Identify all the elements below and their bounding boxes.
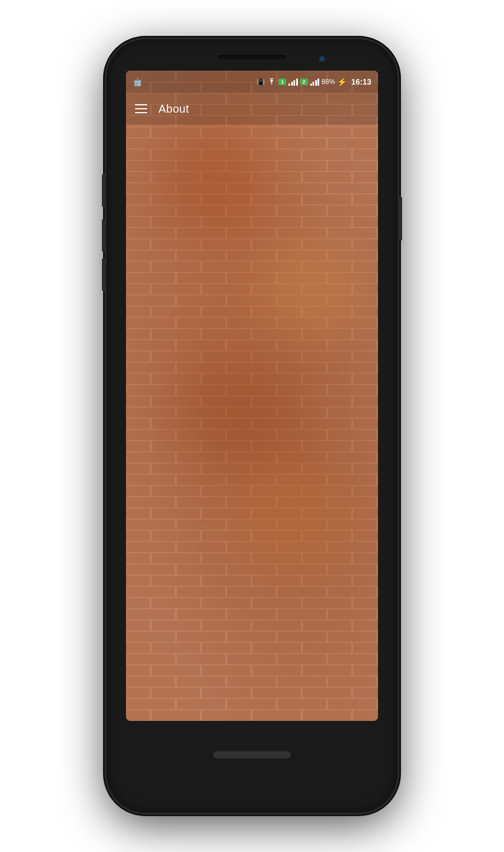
home-button[interactable] [213,751,291,758]
page-title: About [158,103,189,115]
status-time: 16:13 [351,77,371,86]
background-brick [126,71,378,721]
status-right: 📳 1 [256,77,371,86]
phone-device: 🤖 📳 1 [106,39,398,813]
vibrate-icon: 📳 [256,78,265,86]
android-icon: 🤖 [133,77,142,86]
status-bar: 🤖 📳 1 [126,71,378,93]
battery-percent: 88% [321,78,335,86]
toolbar: About [126,93,378,124]
phone-bottom [106,721,398,788]
signal-bars-2 [310,78,320,86]
sim1-badge: 1 [278,78,286,85]
hamburger-menu-icon[interactable] [135,104,147,113]
front-camera [319,56,325,62]
phone-speaker [218,55,286,59]
phone-screen: 🤖 📳 1 [126,71,378,721]
status-left: 🤖 [133,77,142,86]
sim2-badge: 2 [300,78,308,85]
signal-bars-1 [288,78,298,86]
battery-charging-icon: ⚡ [337,77,347,86]
wifi-icon [267,78,276,86]
